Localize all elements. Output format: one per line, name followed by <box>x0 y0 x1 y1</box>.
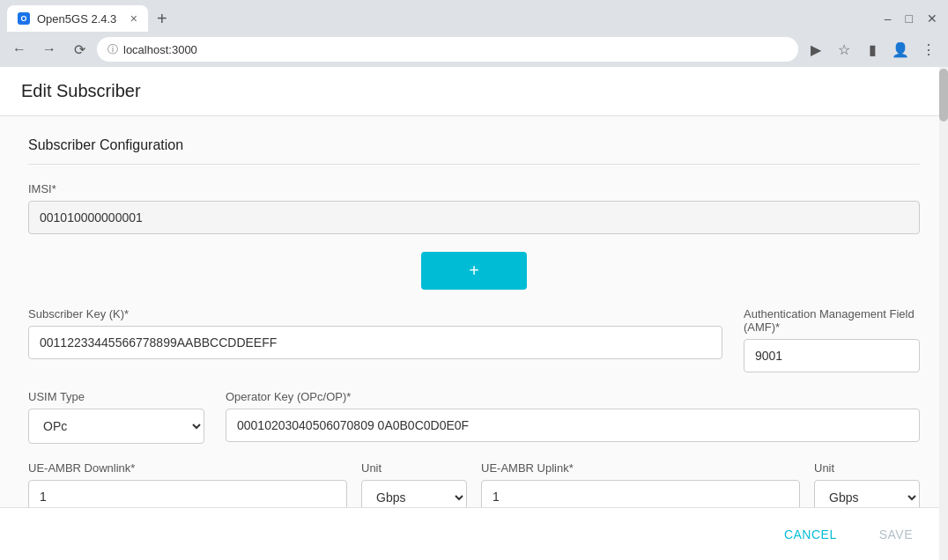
usim-type-select[interactable]: OPc OP <box>28 409 204 444</box>
scrollbar-thumb[interactable] <box>939 69 948 122</box>
subscriber-key-input[interactable] <box>28 326 722 359</box>
amf-col: Authentication Management Field (AMF)* <box>744 307 920 372</box>
address-bar[interactable]: ⓘ localhost:3000 <box>97 37 798 62</box>
uplink-unit-label: Unit <box>814 461 920 475</box>
forward-button[interactable]: → <box>37 37 62 62</box>
address-text: localhost:3000 <box>123 43 197 56</box>
operator-key-col: Operator Key (OPc/OP)* <box>226 390 920 444</box>
imsi-label: IMSI* <box>28 182 920 195</box>
save-button[interactable]: SAVE <box>865 520 927 549</box>
downlink-group: UE-AMBR Downlink* <box>28 461 347 507</box>
split-button[interactable]: ▮ <box>860 37 885 62</box>
ambr-row: UE-AMBR Downlink* Unit Gbps Mbps Kbps bp… <box>28 461 920 507</box>
window-controls: – □ ✕ <box>881 11 941 26</box>
menu-button[interactable]: ⋮ <box>916 37 941 62</box>
bookmark-button[interactable]: ☆ <box>832 37 856 62</box>
refresh-button[interactable]: ⟳ <box>67 37 92 62</box>
uplink-label: UE-AMBR Uplink* <box>481 461 800 475</box>
profile-button[interactable]: 👤 <box>888 37 913 62</box>
browser-tab[interactable]: O Open5GS 2.4.3 × <box>7 5 148 32</box>
back-button[interactable]: ← <box>7 37 32 62</box>
subscriber-key-col: Subscriber Key (K)* <box>28 307 722 372</box>
restore-icon[interactable]: □ <box>902 11 916 26</box>
tab-title: Open5GS 2.4.3 <box>37 12 116 26</box>
operator-key-label: Operator Key (OPc/OP)* <box>226 390 920 403</box>
usim-opkey-row: USIM Type OPc OP Operator Key (OPc/OP)* <box>28 390 920 444</box>
minimize-icon[interactable]: – <box>881 11 895 26</box>
close-icon[interactable]: ✕ <box>923 11 941 26</box>
key-amf-row: Subscriber Key (K)* Authentication Manag… <box>28 307 920 372</box>
cast-button[interactable]: ▶ <box>804 37 828 62</box>
downlink-unit-select[interactable]: Gbps Mbps Kbps bps <box>361 480 467 507</box>
usim-type-col: USIM Type OPc OP <box>28 390 204 444</box>
page-title: Edit Subscriber <box>21 81 927 101</box>
section-title: Subscriber Configuration <box>28 137 920 165</box>
uplink-unit-group: Unit Gbps Mbps Kbps bps <box>814 461 920 507</box>
page-content: Edit Subscriber Subscriber Configuration… <box>0 67 948 560</box>
amf-label: Authentication Management Field (AMF)* <box>744 307 920 334</box>
page-header: Edit Subscriber <box>0 67 948 116</box>
downlink-label: UE-AMBR Downlink* <box>28 461 347 475</box>
lock-icon: ⓘ <box>107 42 118 57</box>
operator-key-input[interactable] <box>226 409 920 442</box>
cancel-button[interactable]: CANCEL <box>770 520 851 549</box>
uplink-unit-select[interactable]: Gbps Mbps Kbps bps <box>814 480 920 507</box>
usim-type-label: USIM Type <box>28 390 204 403</box>
downlink-input[interactable] <box>28 480 347 507</box>
imsi-input[interactable] <box>28 201 920 234</box>
downlink-unit-label: Unit <box>361 461 467 475</box>
new-tab-button[interactable]: + <box>152 9 173 29</box>
tab-close-button[interactable]: × <box>130 11 137 26</box>
page-footer: CANCEL SAVE <box>0 507 948 560</box>
imsi-group: IMSI* <box>28 182 920 234</box>
scrollbar-track[interactable] <box>939 67 948 560</box>
amf-input[interactable] <box>744 339 920 372</box>
uplink-input[interactable] <box>481 480 800 507</box>
downlink-unit-group: Unit Gbps Mbps Kbps bps <box>361 461 467 507</box>
uplink-group: UE-AMBR Uplink* <box>481 461 800 507</box>
plus-btn-container: + <box>28 252 920 290</box>
subscriber-key-label: Subscriber Key (K)* <box>28 307 722 321</box>
form-area: Subscriber Configuration IMSI* + Subscri… <box>0 116 948 507</box>
add-button[interactable]: + <box>421 252 527 290</box>
tab-favicon: O <box>18 12 30 25</box>
